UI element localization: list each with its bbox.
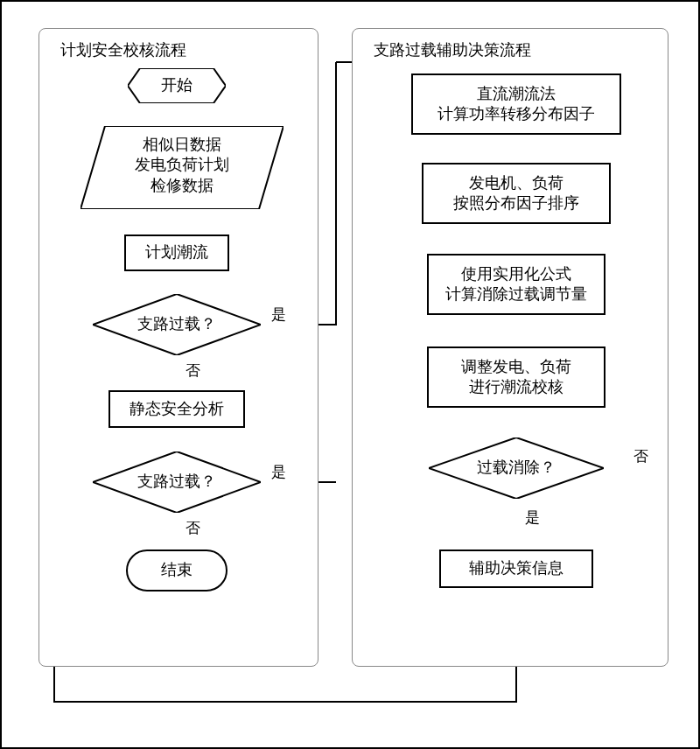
decision3-yes-label: 是 <box>525 508 540 528</box>
decision1-no-label: 否 <box>186 360 200 381</box>
static-analysis-node: 静态安全分析 <box>108 390 245 428</box>
start-label: 开始 <box>128 75 226 95</box>
left-panel-title: 计划安全校核流程 <box>60 39 186 60</box>
input-label: 相似日数据 发电负荷计划 检修数据 <box>80 135 284 196</box>
step2-label: 发电机、负荷 按照分布因子排序 <box>453 173 579 214</box>
decision2-node: 支路过载？ <box>93 452 261 513</box>
output-label: 辅助决策信息 <box>469 558 564 578</box>
decision1-node: 支路过载？ <box>93 294 261 355</box>
decision2-label: 支路过载？ <box>93 472 261 492</box>
step2-node: 发电机、负荷 按照分布因子排序 <box>422 163 611 224</box>
static-analysis-label: 静态安全分析 <box>130 399 224 419</box>
step1-label: 直流潮流法 计算功率转移分布因子 <box>438 84 595 125</box>
start-node: 开始 <box>128 68 226 103</box>
step4-label: 调整发电、负荷 进行潮流校核 <box>461 357 571 398</box>
step4-node: 调整发电、负荷 进行潮流校核 <box>427 346 606 408</box>
decision3-label: 过载消除？ <box>429 458 604 478</box>
step3-label: 使用实用化公式 计算消除过载调节量 <box>445 264 587 305</box>
step1-node: 直流潮流法 计算功率转移分布因子 <box>411 74 621 135</box>
decision1-label: 支路过载？ <box>93 314 261 334</box>
decision3-node: 过载消除？ <box>429 438 604 499</box>
decision1-yes-label: 是 <box>271 304 286 325</box>
right-panel-title: 支路过载辅助决策流程 <box>374 39 531 60</box>
end-label: 结束 <box>161 560 192 580</box>
input-node: 相似日数据 发电负荷计划 检修数据 <box>80 126 284 209</box>
plan-flow-node: 计划潮流 <box>124 234 229 271</box>
end-node: 结束 <box>126 550 228 592</box>
decision3-no-label: 否 <box>634 446 648 466</box>
plan-flow-label: 计划潮流 <box>145 242 208 262</box>
decision2-yes-label: 是 <box>271 462 286 482</box>
decision2-no-label: 否 <box>186 518 200 538</box>
step3-node: 使用实用化公式 计算消除过载调节量 <box>427 254 606 315</box>
output-node: 辅助决策信息 <box>439 550 593 588</box>
